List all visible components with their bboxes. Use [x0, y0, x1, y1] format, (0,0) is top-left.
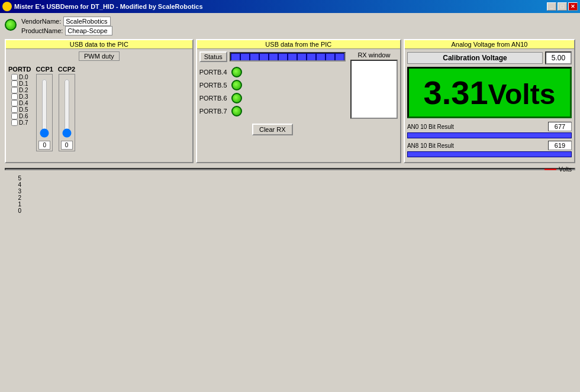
- device-info: VendorName: ScaleRobotics ProductName: C…: [21, 17, 112, 35]
- portb7-row: PORTB.7: [199, 106, 346, 116]
- seg-4: [260, 54, 268, 60]
- ccp2-slider-container: 0: [59, 74, 75, 151]
- usb-from-pic-header: USB data from the PIC: [197, 40, 400, 49]
- port-section: PORTD D.0 D.1: [8, 66, 190, 151]
- ccp2-title: CCP2: [58, 66, 75, 73]
- title-bar: Mister E's USBDemo for DT_HID - Modified…: [0, 0, 580, 13]
- portd-pin-d7: D.7: [11, 119, 28, 126]
- portd-d2-checkbox[interactable]: [11, 87, 18, 93]
- usb-to-pic-panel: USB data to the PIC PWM duty PORTD D.0: [5, 39, 194, 163]
- portb5-label: PORTB.5: [199, 82, 229, 89]
- vendor-row: VendorName: ScaleRobotics: [21, 17, 112, 26]
- ccp1-group: CCP1 0: [36, 66, 53, 151]
- vendor-label: VendorName:: [21, 18, 61, 25]
- an0-bar: [407, 132, 572, 138]
- chart-area: 5 4 3 2 1 0 Volts: [5, 168, 575, 170]
- ccp2-slider[interactable]: [61, 79, 73, 138]
- analog-content: Calibration Voltage 5.00 3.31Volts AN0 1…: [405, 49, 574, 162]
- ccp1-slider-container: 0: [36, 74, 53, 151]
- portd-d4-checkbox[interactable]: [11, 100, 18, 106]
- usb-to-pic-content: PWM duty PORTD D.0 D.1: [6, 49, 192, 154]
- y-label-3: 3: [18, 188, 21, 195]
- ccp1-title: CCP1: [36, 66, 53, 73]
- vendor-value: ScaleRobotics: [63, 17, 111, 26]
- app-icon: [2, 2, 12, 11]
- portb7-led: [231, 106, 242, 116]
- close-button[interactable]: ✕: [568, 2, 578, 11]
- an0-bar-fill: [408, 133, 515, 138]
- analog-header: Analog Voltage from AN10: [405, 40, 574, 49]
- portd-checkboxes: D.0 D.1 D.2: [11, 74, 28, 126]
- seg-6: [279, 54, 287, 60]
- an8-label: AN8 10 Bit Result: [407, 142, 546, 149]
- voltage-number: 3.31: [424, 74, 488, 111]
- portd-d2-label: D.2: [19, 87, 28, 93]
- usb-from-pic-left: Status: [199, 51, 346, 135]
- an0-value: 677: [548, 122, 572, 131]
- seg-8: [298, 54, 306, 60]
- y-label-4: 4: [18, 182, 21, 188]
- panels-row: USB data to the PIC PWM duty PORTD D.0: [2, 39, 578, 163]
- voltage-unit: Volts: [488, 79, 556, 110]
- status-row: Status: [199, 51, 346, 62]
- seg-10: [317, 54, 325, 60]
- portd-pin-d0: D.0: [11, 74, 28, 80]
- an8-value: 619: [548, 141, 572, 150]
- status-button[interactable]: Status: [199, 51, 227, 62]
- seg-9: [307, 54, 315, 60]
- product-label: ProductName:: [21, 27, 63, 34]
- portd-d7-label: D.7: [19, 119, 28, 126]
- portb4-label: PORTB.4: [199, 69, 229, 76]
- rx-section: RX window: [350, 51, 398, 135]
- portb6-led: [231, 93, 242, 103]
- status-segments: [231, 54, 344, 60]
- portd-d5-checkbox[interactable]: [11, 106, 18, 113]
- portd-d0-checkbox[interactable]: [11, 74, 18, 80]
- portd-group: PORTD D.0 D.1: [8, 66, 31, 126]
- portd-d0-label: D.0: [19, 74, 28, 80]
- seg-2: [241, 54, 249, 60]
- portb5-row: PORTB.5: [199, 80, 346, 90]
- portd-d3-checkbox[interactable]: [11, 93, 18, 100]
- title-controls: _ □ ✕: [547, 2, 578, 11]
- minimize-button[interactable]: _: [547, 2, 556, 11]
- ccp1-slider[interactable]: [38, 79, 50, 138]
- seg-1: [231, 54, 240, 60]
- portb-rows: PORTB.4 PORTB.5 PORTB.6 PORTB.7: [199, 67, 346, 116]
- portd-pin-d6: D.6: [11, 113, 28, 119]
- portd-d4-label: D.4: [19, 100, 28, 106]
- seg-11: [326, 54, 334, 60]
- calibration-value: 5.00: [545, 51, 572, 64]
- calibration-row: Calibration Voltage 5.00: [407, 51, 572, 64]
- portb6-label: PORTB.6: [199, 95, 229, 102]
- ccp1-slider-wrapper: [38, 76, 50, 141]
- ccp2-slider-wrapper: [61, 76, 73, 141]
- portd-d1-label: D.1: [19, 80, 28, 87]
- portd-d1-checkbox[interactable]: [11, 80, 18, 87]
- an8-bar: [407, 151, 572, 157]
- product-row: ProductName: Cheap-Scope: [21, 26, 112, 35]
- portb7-label: PORTB.7: [199, 108, 229, 115]
- voltage-display: 3.31Volts: [407, 67, 572, 118]
- portb6-row: PORTB.6: [199, 93, 346, 103]
- portd-pin-d1: D.1: [11, 80, 28, 87]
- portd-d7-checkbox[interactable]: [11, 119, 18, 126]
- portb4-led: [231, 67, 242, 77]
- chart-legend: Volts: [544, 166, 572, 173]
- usb-from-pic-panel: USB data from the PIC Status: [196, 39, 401, 163]
- seg-3: [250, 54, 259, 60]
- y-label-1: 1: [18, 201, 21, 208]
- ccp1-value: 0: [38, 141, 50, 150]
- analog-panel: Analog Voltage from AN10 Calibration Vol…: [404, 39, 575, 163]
- clear-rx-row: Clear RX: [199, 121, 346, 135]
- portd-title: PORTD: [8, 66, 31, 73]
- seg-12: [336, 54, 344, 60]
- maximize-button[interactable]: □: [558, 2, 567, 11]
- portd-pin-d3: D.3: [11, 93, 28, 100]
- portd-d6-label: D.6: [19, 113, 28, 119]
- rx-window[interactable]: [350, 60, 398, 119]
- portd-d6-checkbox[interactable]: [11, 113, 18, 119]
- portb5-led: [231, 80, 242, 90]
- main-content: VendorName: ScaleRobotics ProductName: C…: [0, 13, 580, 175]
- clear-rx-button[interactable]: Clear RX: [252, 124, 293, 135]
